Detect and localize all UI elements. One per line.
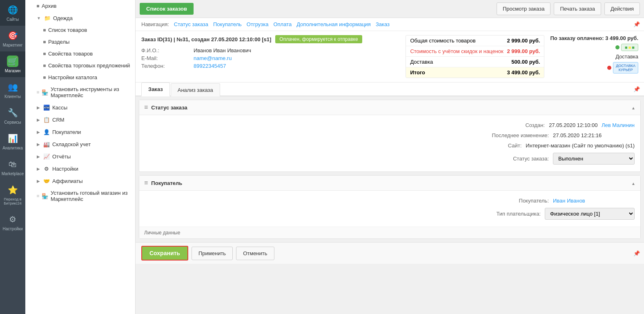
print-order-button[interactable]: Печать заказа	[554, 2, 601, 15]
nav-item-nav-settings[interactable]: ▶ ⚙ Настройки	[25, 163, 135, 175]
arrow-icon: ▶	[37, 130, 40, 134]
modified-label: Последнее изменение:	[484, 132, 549, 138]
nav-item-clothes[interactable]: ▼ 📁 Одежда	[25, 12, 135, 24]
modified-value: 27.05.2020 12:21:16	[553, 132, 635, 138]
section-header-buyer[interactable]: Покупатель	[139, 176, 640, 191]
email-link[interactable]: name@name.ru	[194, 55, 232, 61]
sidebar-item-shop[interactable]: 🛒 Магазин	[0, 51, 25, 77]
payer-type-label: Тип плательщика:	[475, 211, 541, 217]
totals-row-goods: Общая стоимость товаров 2 999.00 руб.	[406, 36, 544, 46]
nav-item-product-list[interactable]: Список товаров	[25, 24, 135, 36]
nav-item-install-shop[interactable]: 🏪 Установить готовый магазин из Маркетпл…	[25, 187, 135, 205]
tab-order[interactable]: Заказ	[141, 82, 170, 96]
phone-link[interactable]: 89922345457	[194, 63, 226, 69]
field-modified: Последнее изменение: 27.05.2020 12:21:16	[145, 130, 635, 140]
bullet-icon	[37, 195, 39, 197]
nav-panel: Архив ▼ 📁 Одежда Список товаров Разделы …	[25, 0, 136, 314]
section-body-status: Создан: 27.05.2020 12:10:00 Лев Малинин …	[139, 115, 640, 171]
nav-item-buyers[interactable]: ▶ 👤 Покупатели	[25, 126, 135, 138]
nav-item-trade-props[interactable]: Свойства торговых предложений	[25, 60, 135, 71]
navigation-label: Навигация:	[141, 21, 169, 27]
field-created: Создан: 27.05.2020 12:10:00 Лев Малинин	[145, 120, 635, 130]
apply-button[interactable]: Применить	[192, 247, 233, 260]
clients-icon: 👥	[7, 81, 18, 93]
payer-type-value: Физическое лицо [1]	[545, 208, 635, 220]
order-fields: Ф.И.О.: Иванов Иван Иванович E-Mail: nam…	[141, 47, 400, 69]
sidebar-item-analytics[interactable]: 📊 Аналитика	[0, 129, 25, 154]
nav-link-shipment[interactable]: Отгрузка	[247, 21, 269, 27]
nav-link-order-status[interactable]: Статус заказа	[174, 21, 208, 27]
delivery-chip: ДОСТАВКАКУРЬЕР	[613, 62, 638, 73]
payment-card: ■■■	[621, 44, 638, 51]
analytics-icon: 📊	[7, 133, 18, 144]
field-payer-type: Тип плательщика: Физическое лицо [1]	[145, 206, 635, 222]
marketplace-icon: 🛍	[7, 158, 18, 170]
section-body-buyer: Покупатель: Иван Иванов Тип плательщика:…	[139, 191, 640, 227]
reports-icon: 📈	[43, 153, 50, 160]
order-title: Заказ ID(31) | №31, создан 27.05.2020 12…	[141, 35, 400, 43]
payer-type-select[interactable]: Физическое лицо [1]	[545, 208, 635, 220]
fio-label: Ф.И.О.:	[141, 47, 190, 53]
sidebar-item-services[interactable]: 🔧 Сервисы	[0, 103, 25, 129]
field-site: Сайт: Интернет-магазин (Сайт по умолчани…	[145, 140, 635, 151]
view-order-button[interactable]: Просмотр заказа	[497, 2, 550, 15]
nav-item-archive[interactable]: Архив	[25, 0, 135, 12]
nav-item-warehouse[interactable]: ▶ 🏭 Складской учет	[25, 138, 135, 150]
nav-link-buyer[interactable]: Покупатель	[213, 21, 242, 27]
nav-item-install-tools[interactable]: 🏪 Установить инструменты из Маркетплейс	[25, 83, 135, 101]
actions-button[interactable]: Действия	[604, 2, 640, 15]
section-header-status[interactable]: Статус заказа	[139, 100, 640, 115]
sidebar-item-marketplace[interactable]: 🛍 Marketplace	[0, 154, 25, 180]
list-orders-button[interactable]: Список заказов	[140, 3, 194, 15]
bottom-action-bar: Сохранить Применить Отменить 📌	[136, 242, 644, 264]
status-select[interactable]: Выполнен	[553, 153, 635, 165]
order-header-left: Заказ ID(31) | №31, создан 27.05.2020 12…	[141, 35, 400, 69]
sidebar-item-clients[interactable]: 👥 Клиенты	[0, 77, 25, 103]
nav-link-payment[interactable]: Оплата	[273, 21, 292, 27]
nav-item-cashdesks[interactable]: ▶ 🏧 Кассы	[25, 101, 135, 114]
arrow-icon: ▶	[37, 118, 40, 122]
nav-item-product-props[interactable]: Свойства товаров	[25, 48, 135, 60]
personal-data-header: Личные данные	[139, 227, 640, 238]
status-badge: Оплачен, формируется к отправке	[275, 35, 362, 43]
buyer-link[interactable]: Иван Иванов	[553, 198, 585, 204]
main-content: Список заказов Просмотр заказа Печать за…	[136, 0, 644, 314]
save-button[interactable]: Сохранить	[141, 246, 188, 261]
tab-order-analysis[interactable]: Анализ заказа	[171, 83, 220, 96]
cashdesk-icon: 🏧	[43, 104, 50, 111]
bottom-pin-icon[interactable]: 📌	[633, 250, 640, 256]
nav-link-order[interactable]: Заказ	[376, 21, 390, 27]
nav-item-reports[interactable]: ▶ 📈 Отчёты	[25, 150, 135, 163]
tabs-bar: Заказ Анализ заказа 📌	[136, 82, 644, 96]
nav-link-extra-info[interactable]: Дополнительная информация	[296, 21, 371, 27]
nav-settings-icon: ⚙	[43, 165, 50, 172]
bullet-icon	[43, 53, 46, 55]
nav-item-crm[interactable]: ▶ 📋 CRM	[25, 114, 135, 126]
shop-icon: 🛒	[7, 56, 18, 67]
red-dot-icon	[607, 66, 611, 70]
sidebar-item-settings[interactable]: ⚙ Настройки	[0, 209, 25, 235]
created-by-link[interactable]: Лев Малинин	[602, 122, 635, 128]
sidebar-item-sites[interactable]: 🌐 Сайты	[0, 0, 25, 26]
order-totals: Общая стоимость товаров 2 999.00 руб. Ст…	[406, 35, 544, 78]
field-status: Статус заказа: Выполнен	[145, 151, 635, 167]
arrow-icon: ▶	[37, 179, 40, 183]
nav-item-catalog-settings[interactable]: Настройки каталога	[25, 71, 135, 83]
paid-info: По заказу оплачено: 3 499.00 руб.	[550, 35, 638, 41]
sidebar-item-marketing[interactable]: 🎯 Маркетинг	[0, 26, 25, 51]
order-navigation-bar: Навигация: Статус заказа Покупатель Отгр…	[136, 18, 644, 31]
email-value: name@name.ru	[194, 55, 400, 61]
tab-pin-icon[interactable]: 📌	[633, 86, 640, 92]
site-value: Интернет-магазин (Сайт по умолчанию) (s1…	[526, 143, 635, 149]
cancel-button[interactable]: Отменить	[236, 247, 274, 260]
nav-item-affiliates[interactable]: ▶ 🤝 Аффилиаты	[25, 175, 135, 187]
status-value: Выполнен	[553, 153, 635, 165]
nav-item-sections[interactable]: Разделы	[25, 36, 135, 48]
phone-label: Телефон:	[141, 63, 190, 69]
order-status-section: Статус заказа Создан: 27.05.2020 12:10:0…	[139, 100, 641, 172]
created-value: 27.05.2020 12:10:00 Лев Малинин	[549, 122, 635, 128]
pin-icon[interactable]: 📌	[633, 21, 640, 27]
collapse-icon	[631, 105, 635, 111]
install-shop-icon: 🏪	[42, 193, 48, 199]
sidebar-item-bitrix24[interactable]: ⭐ Переход в Битрикс24	[0, 180, 25, 209]
